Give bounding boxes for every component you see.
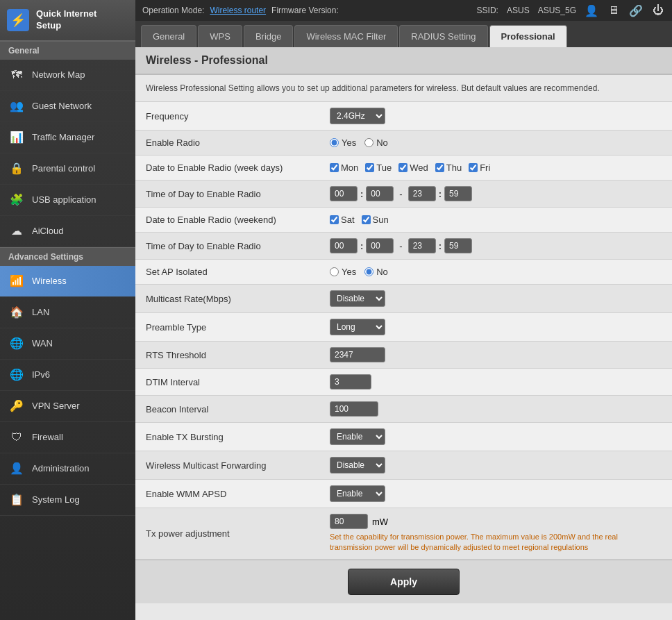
rts-threshold-input[interactable]: [330, 347, 385, 362]
parental-control-icon: 🔒: [8, 160, 25, 177]
apply-bar: Apply: [135, 560, 672, 603]
setting-label: Preamble Type: [135, 313, 323, 342]
table-row: Date to Enable Radio (weekend) Sat Sun: [135, 208, 672, 233]
sun-label[interactable]: Sun: [362, 215, 389, 225]
enable-radio-yes-label[interactable]: Yes: [330, 137, 356, 148]
mon-checkbox[interactable]: [330, 163, 339, 172]
sidebar-item-label: System Log: [32, 494, 80, 505]
administration-icon: 👤: [8, 460, 25, 477]
time-wd-from-h[interactable]: [330, 186, 358, 201]
aicloud-icon: ☁: [8, 223, 25, 240]
tab-bar: General WPS Bridge Wireless MAC Filter R…: [135, 21, 672, 47]
network-map-icon: 🗺: [8, 67, 25, 83]
multicast-rate-select[interactable]: Disable 1 2 5.5 11: [330, 290, 385, 307]
sidebar-item-vpn-server[interactable]: 🔑 VPN Server: [0, 391, 135, 422]
sidebar-item-guest-network[interactable]: 👥 Guest Network: [0, 91, 135, 122]
thu-checkbox[interactable]: [435, 163, 444, 172]
sidebar-item-firewall[interactable]: 🛡 Firewall: [0, 422, 135, 453]
tab-professional[interactable]: Professional: [489, 25, 567, 47]
general-section-label: General: [0, 41, 135, 60]
frequency-select[interactable]: 2.4GHz 5GHz: [330, 108, 385, 124]
sun-checkbox[interactable]: [362, 215, 371, 224]
sidebar-item-usb-application[interactable]: 🧩 USB application: [0, 185, 135, 216]
tab-wps[interactable]: WPS: [198, 25, 242, 47]
ap-isolated-yes-label[interactable]: Yes: [330, 267, 356, 277]
guest-network-icon: 👥: [8, 98, 25, 115]
dtim-interval-input[interactable]: [330, 374, 371, 389]
time-wd-to-m[interactable]: [444, 186, 472, 201]
wed-checkbox[interactable]: [398, 163, 408, 172]
tue-label[interactable]: Tue: [365, 162, 392, 173]
setting-value: [323, 369, 672, 396]
operation-mode-value[interactable]: Wireless router: [210, 6, 266, 15]
time-we-to-m[interactable]: [444, 238, 472, 253]
table-row: Preamble Type Long Short: [135, 313, 672, 342]
setting-label: Date to Enable Radio (weekend): [135, 208, 323, 233]
sidebar-item-parental-control[interactable]: 🔒 Parental control: [0, 153, 135, 185]
sidebar-item-wireless[interactable]: 📶 Wireless: [0, 266, 135, 297]
tue-checkbox[interactable]: [365, 163, 374, 172]
share-icon[interactable]: 🔗: [629, 3, 643, 17]
time-we-to-h[interactable]: [408, 238, 436, 253]
table-row: Date to Enable Radio (week days) Mon Tue…: [135, 156, 672, 181]
time-wd-to-h[interactable]: [408, 186, 436, 201]
sidebar-item-traffic-manager[interactable]: 📊 Traffic Manager: [0, 122, 135, 153]
enable-radio-no[interactable]: [364, 138, 373, 147]
tab-general[interactable]: General: [141, 25, 196, 47]
apply-button[interactable]: Apply: [348, 569, 460, 595]
fri-checkbox[interactable]: [469, 163, 478, 172]
usb-application-icon: 🧩: [8, 192, 25, 208]
fri-label[interactable]: Fri: [469, 162, 490, 173]
tab-bridge[interactable]: Bridge: [244, 25, 294, 47]
wan-icon: 🌐: [8, 335, 25, 352]
enable-radio-no-label[interactable]: No: [364, 137, 388, 148]
table-row: Beacon Interval: [135, 396, 672, 423]
power-icon[interactable]: ⏻: [651, 3, 665, 17]
date-weekend-group: Sat Sun: [330, 215, 665, 225]
settings-table: Frequency 2.4GHz 5GHz Enable Radio Yes N…: [135, 102, 672, 560]
preamble-type-select[interactable]: Long Short: [330, 319, 385, 335]
ipv6-icon: 🌐: [8, 367, 25, 383]
sidebar-item-lan[interactable]: 🏠 LAN: [0, 297, 135, 328]
multicast-forwarding-select[interactable]: Disable Enable: [330, 457, 385, 474]
beacon-interval-input[interactable]: [330, 401, 378, 417]
sidebar-item-wan[interactable]: 🌐 WAN: [0, 328, 135, 360]
ap-isolated-no-label[interactable]: No: [364, 267, 388, 277]
ap-isolated-no[interactable]: [364, 267, 373, 276]
sidebar-item-label: Administration: [32, 463, 89, 474]
tab-wireless-mac-filter[interactable]: Wireless MAC Filter: [294, 25, 398, 47]
setting-value: Mon Tue Wed Thu Fri: [323, 156, 672, 181]
time-we-from-m[interactable]: [366, 238, 394, 253]
time-we-from-h[interactable]: [330, 238, 358, 253]
tab-radius-setting[interactable]: RADIUS Setting: [399, 25, 487, 47]
tx-power-input[interactable]: [330, 514, 368, 529]
setting-label: Time of Day to Enable Radio: [135, 233, 323, 260]
header-right: SSID: ASUS ASUS_5G 👤 🖥 🔗 ⏻: [477, 3, 665, 17]
sidebar-item-administration[interactable]: 👤 Administration: [0, 453, 135, 485]
tx-bursting-select[interactable]: Enable Disable: [330, 428, 385, 445]
sidebar-item-aicloud[interactable]: ☁ AiCloud: [0, 216, 135, 247]
mon-label[interactable]: Mon: [330, 162, 358, 173]
wed-label[interactable]: Wed: [398, 162, 428, 173]
firmware-label: Firmware Version:: [271, 6, 339, 15]
sidebar-item-system-log[interactable]: 📋 System Log: [0, 485, 135, 516]
setting-value: Disable Enable: [323, 451, 672, 480]
tx-power-unit: mW: [372, 517, 388, 527]
sidebar-item-ipv6[interactable]: 🌐 IPv6: [0, 360, 135, 391]
table-row: Enable TX Bursting Enable Disable: [135, 423, 672, 451]
monitor-icon[interactable]: 🖥: [607, 3, 621, 17]
tx-power-group: mW: [330, 514, 665, 529]
sidebar-item-network-map[interactable]: 🗺 Network Map: [0, 60, 135, 91]
sat-label[interactable]: Sat: [330, 215, 355, 225]
ap-isolated-yes[interactable]: [330, 267, 339, 276]
table-row: Tx power adjustment mW Set the capabilit…: [135, 508, 672, 560]
time-wd-from-m[interactable]: [366, 186, 394, 201]
enable-radio-yes[interactable]: [330, 138, 339, 147]
sat-checkbox[interactable]: [330, 215, 339, 224]
thu-label[interactable]: Thu: [435, 162, 462, 173]
user-icon[interactable]: 👤: [585, 3, 598, 17]
setting-label: Set AP Isolated: [135, 260, 323, 285]
quick-setup-button[interactable]: ⚡ Quick InternetSetup: [0, 0, 135, 41]
wmm-apsd-select[interactable]: Enable Disable: [330, 485, 385, 502]
time-weekdays-group: : - :: [330, 186, 665, 201]
